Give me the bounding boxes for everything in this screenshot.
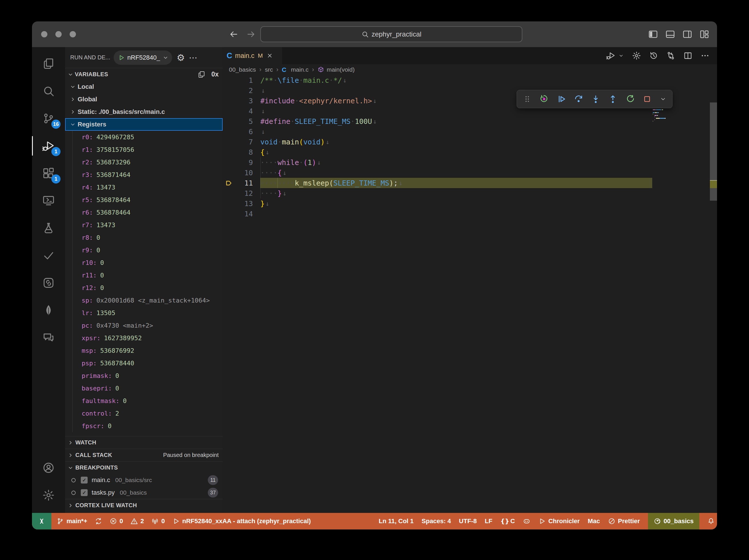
activity-item-link[interactable] [32, 269, 65, 297]
activity-item-search[interactable] [32, 77, 65, 105]
debug-run-icon[interactable] [606, 51, 615, 60]
activity-item-remote-explorer[interactable] [32, 187, 65, 214]
history-icon[interactable] [649, 51, 658, 60]
code-line-content[interactable]: }↓ [260, 198, 652, 209]
register-row[interactable]: r11:0 [65, 269, 223, 281]
line-number-gutter[interactable]: 8 [223, 147, 260, 157]
line-number-gutter[interactable]: 7 [223, 137, 260, 147]
cortex-live-watch-section-header[interactable]: CORTEX LIVE WATCH [65, 499, 223, 512]
status-item-lf[interactable]: LF [485, 513, 492, 530]
line-number-gutter[interactable]: 10 [223, 168, 260, 178]
activity-item-testing-flask[interactable] [32, 214, 65, 242]
step-out-icon[interactable] [608, 94, 617, 104]
register-row[interactable]: pc:0x4730 <main+2> [65, 319, 223, 332]
reverse-continue-icon[interactable] [540, 94, 549, 104]
layout-sidebar-right-icon[interactable] [682, 29, 692, 39]
layout-grid-icon[interactable] [699, 29, 710, 39]
code-line-content[interactable]: {↓ [260, 147, 652, 157]
breakpoint-row[interactable]: ✓main.c00_basics/src11 [65, 474, 223, 487]
code-line-content[interactable]: ····while·(1)↓ [260, 157, 652, 168]
code-line-content[interactable]: ········k_msleep(SLEEP_TIME_MS);↓ [260, 178, 652, 188]
register-row[interactable]: basepri:0 [65, 382, 223, 394]
status-item[interactable] [523, 513, 530, 530]
line-number-gutter[interactable]: 12 [223, 188, 260, 198]
register-row[interactable]: r0:4294967285 [65, 131, 223, 143]
breadcrumb-item[interactable]: src [265, 66, 273, 73]
register-row[interactable]: msp:536876992 [65, 344, 223, 357]
code-line-content[interactable]: ····{↓ [260, 168, 652, 178]
line-number-gutter[interactable]: 14 [223, 209, 260, 219]
code-line-content[interactable] [260, 209, 652, 219]
status-item-ln-11-col-1[interactable]: Ln 11, Col 1 [379, 513, 413, 530]
code-line-content[interactable]: /**·\file·main.c·*/↓ [260, 75, 652, 85]
minimize-window-button[interactable] [56, 31, 62, 37]
status-item-nrf52840-xxaa-attach-zep[interactable]: nRF52840_xxAA - attach (zephyr_practical… [172, 517, 311, 525]
chevron-down-sm-icon[interactable] [618, 53, 624, 59]
code-editor[interactable]: 1/**·\file·main.c·*/↓2↓3#include·<zephyr… [223, 75, 717, 513]
register-row[interactable]: r8:0 [65, 231, 223, 244]
register-row[interactable]: xpsr:1627389952 [65, 332, 223, 344]
register-row[interactable]: r9:0 [65, 244, 223, 256]
breakpoint-checkbox[interactable]: ✓ [81, 477, 88, 483]
line-number-gutter[interactable]: 4 [223, 106, 260, 116]
register-row[interactable]: control:2 [65, 407, 223, 419]
activity-item-explorer[interactable] [32, 50, 65, 77]
restart-icon[interactable] [625, 94, 635, 104]
register-row[interactable]: r12:0 [65, 281, 223, 294]
window-controls[interactable] [41, 31, 76, 37]
continue-icon[interactable] [557, 94, 566, 104]
status-item-00-basics[interactable]: 00_basics [648, 513, 699, 530]
breakpoint-row[interactable]: ✓tasks.py00_basics37 [65, 487, 223, 499]
line-number-gutter[interactable]: 3 [223, 95, 260, 106]
sidebar-more-actions-button[interactable]: ⋯ [189, 52, 198, 63]
line-number-gutter[interactable]: 11 [223, 178, 260, 188]
register-row[interactable]: r1:3758157056 [65, 143, 223, 156]
scope-global[interactable]: Global [65, 93, 223, 106]
breadcrumb-item[interactable]: Cmain.c [282, 66, 308, 73]
debug-config-dropdown[interactable]: nRF52840_ [114, 50, 172, 65]
step-over-icon[interactable] [574, 94, 583, 104]
code-line-content[interactable]: ····}↓ [260, 188, 652, 198]
status-item-2[interactable]: 2 [130, 517, 144, 525]
register-row[interactable]: r3:536871464 [65, 168, 223, 181]
status-item-main-[interactable]: main*+ [57, 517, 87, 525]
scope-registers[interactable]: Registers [65, 118, 223, 131]
maximize-window-button[interactable] [70, 31, 76, 37]
line-number-gutter[interactable]: 9 [223, 157, 260, 168]
line-number-gutter[interactable]: 1 [223, 75, 260, 85]
activity-item-mongodb-leaf[interactable] [32, 297, 65, 324]
register-row[interactable]: r6:536878464 [65, 206, 223, 219]
hex-format-toggle[interactable]: 0x [211, 70, 219, 78]
status-item-mac[interactable]: Mac [588, 513, 600, 530]
compare-icon[interactable] [666, 51, 676, 60]
forward-button[interactable] [246, 29, 256, 39]
register-row[interactable]: r10:0 [65, 256, 223, 269]
register-row[interactable]: r7:13473 [65, 219, 223, 231]
layout-panel-icon[interactable] [665, 29, 676, 39]
code-line-content[interactable]: ↓ [260, 126, 652, 137]
line-number-gutter[interactable]: 6 [223, 126, 260, 137]
watch-section-header[interactable]: WATCH [65, 436, 223, 449]
register-row[interactable]: r2:536873296 [65, 156, 223, 168]
register-row[interactable]: lr:13505 [65, 306, 223, 319]
activity-item-account[interactable] [32, 454, 65, 481]
activity-item-settings-gear[interactable] [32, 481, 65, 509]
close-tab-icon[interactable] [266, 52, 273, 59]
copy-value-icon[interactable] [197, 70, 206, 79]
activity-item-check[interactable] [32, 242, 65, 269]
status-item-0[interactable]: 0 [110, 517, 123, 525]
activity-item-comments[interactable] [32, 324, 65, 351]
scope-static[interactable]: Static: ./00_basics/src/main.c [65, 106, 223, 118]
line-number-gutter[interactable]: 13 [223, 198, 260, 209]
scope-local[interactable]: Local [65, 81, 223, 93]
gripper-icon[interactable] [523, 94, 532, 104]
activity-item-source-control[interactable]: 16 [32, 105, 65, 132]
line-number-gutter[interactable]: 2 [223, 85, 260, 95]
stop-icon[interactable] [643, 94, 652, 104]
step-into-icon[interactable] [591, 94, 600, 104]
register-row[interactable]: primask:0 [65, 369, 223, 382]
remote-indicator[interactable] [32, 513, 51, 530]
activity-item-run-and-debug[interactable]: 1 [32, 132, 65, 159]
tab-main-c[interactable]: C main.c M [223, 47, 282, 64]
breakpoints-section-header[interactable]: BREAKPOINTS [65, 461, 223, 474]
